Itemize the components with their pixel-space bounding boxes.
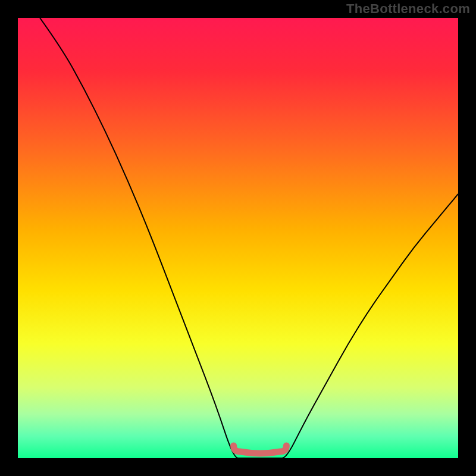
chart-frame: TheBottleneck.com [0, 0, 476, 476]
chart-svg [18, 18, 458, 458]
plot-area [18, 18, 458, 458]
watermark-text: TheBottleneck.com [346, 1, 470, 17]
gradient-background [18, 18, 458, 458]
